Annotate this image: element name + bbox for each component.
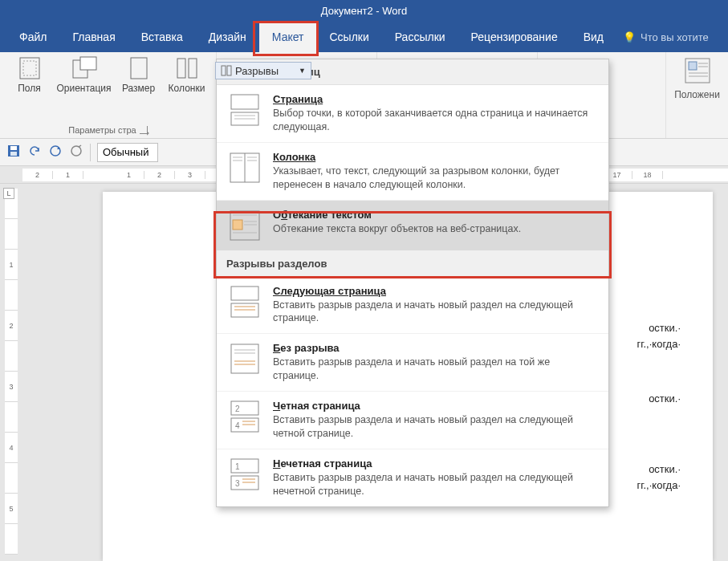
- tab-design[interactable]: Дизайн: [196, 22, 259, 52]
- svg-rect-20: [231, 95, 258, 109]
- margins-label: Поля: [18, 83, 41, 94]
- break-page-title: Страница: [273, 93, 597, 105]
- tab-view[interactable]: Вид: [571, 22, 616, 52]
- tab-home[interactable]: Главная: [59, 22, 128, 52]
- doc-text-fragment: остки.·: [649, 320, 681, 337]
- window-title: Документ2 - Word: [321, 5, 407, 17]
- page-setup-caption[interactable]: Параметры стра: [68, 124, 147, 136]
- breaks-icon: [221, 65, 232, 76]
- tab-references[interactable]: Ссылки: [316, 22, 381, 52]
- svg-rect-36: [231, 287, 258, 300]
- orientation-button[interactable]: Ориентация: [55, 55, 113, 94]
- repeat-icon[interactable]: [48, 144, 63, 161]
- svg-text:3: 3: [235, 479, 240, 488]
- break-odd-desc: Вставить разрыв раздела и начать новый р…: [273, 471, 597, 498]
- break-column[interactable]: Колонка Указывает, что текст, следующий …: [217, 143, 608, 201]
- break-textwrap-desc: Обтекание текста вокруг объектов на веб-…: [273, 222, 521, 236]
- break-textwrap-title: Обтекание текстом: [273, 209, 521, 221]
- break-continuous-title: Без разрыва: [273, 342, 597, 354]
- doc-text-fragment: остки.·: [649, 461, 681, 478]
- columns-icon: [173, 55, 201, 81]
- break-page[interactable]: Страница Выбор точки, в которой заканчив…: [217, 85, 608, 143]
- break-continuous-desc: Вставить разрыв раздела и начать новый р…: [273, 356, 597, 383]
- breaks-menu: Разрывы страниц Страница Выбор точки, в …: [216, 59, 609, 507]
- svg-rect-13: [222, 66, 226, 75]
- svg-text:4: 4: [235, 421, 240, 430]
- break-nextpage-title: Следующая страница: [273, 285, 597, 297]
- doc-text-fragment: гг.,·когда·: [637, 478, 681, 494]
- break-even-desc: Вставить разрыв раздела и начать новый р…: [273, 413, 597, 441]
- columns-button[interactable]: Колонки: [165, 55, 209, 94]
- tab-insert[interactable]: Вставка: [128, 22, 196, 52]
- break-nextpage-icon: [228, 285, 262, 319]
- margins-button[interactable]: Поля: [7, 55, 52, 94]
- svg-rect-5: [177, 59, 185, 78]
- break-odd-page[interactable]: 13 Нечетная страница Вставить разрыв раз…: [217, 449, 608, 506]
- chevron-down-icon: ▼: [299, 67, 306, 75]
- break-even-title: Четная страница: [273, 400, 597, 412]
- orientation-label: Ориентация: [56, 83, 111, 94]
- tab-review[interactable]: Рецензирование: [458, 22, 571, 52]
- break-column-title: Колонка: [273, 151, 597, 163]
- tab-layout[interactable]: Макет: [259, 22, 317, 52]
- break-column-desc: Указывает, что текст, следующий за разры…: [273, 165, 597, 192]
- break-continuous[interactable]: Без разрыва Вставить разрыв раздела и на…: [217, 334, 608, 392]
- size-button[interactable]: Размер: [116, 55, 161, 94]
- break-column-icon: [228, 151, 262, 185]
- break-even-page[interactable]: 24 Четная страница Вставить разрыв разде…: [217, 392, 608, 449]
- group-page-setup: Поля Ориентация Размер Колонки Параметры…: [0, 52, 217, 138]
- tab-file[interactable]: Файл: [6, 22, 59, 52]
- svg-rect-40: [231, 344, 258, 373]
- position-icon: [684, 57, 711, 84]
- save-icon[interactable]: [6, 144, 21, 161]
- orientation-icon: [71, 55, 98, 81]
- svg-rect-4: [131, 58, 147, 79]
- svg-rect-8: [689, 62, 697, 70]
- break-next-page[interactable]: Следующая страница Вставить разрыв разде…: [217, 277, 608, 335]
- undo-icon[interactable]: [27, 144, 42, 161]
- tell-me-label: Что вы хотите: [641, 31, 709, 43]
- tab-selector[interactable]: L: [3, 188, 14, 199]
- svg-text:1: 1: [235, 462, 240, 471]
- svg-rect-17: [10, 152, 17, 156]
- break-odd-icon: 13: [228, 457, 262, 491]
- break-page-desc: Выбор точки, в которой заканчивается одн…: [273, 107, 597, 134]
- svg-rect-16: [10, 146, 17, 150]
- break-textwrap-icon: [228, 209, 262, 242]
- break-page-icon: [228, 93, 262, 127]
- break-odd-title: Нечетная страница: [273, 457, 597, 470]
- titlebar: Документ2 - Word: [0, 0, 728, 22]
- doc-text-fragment: гг.,·когда·: [637, 336, 681, 353]
- margins-icon: [16, 55, 43, 81]
- tell-me[interactable]: 💡 Что вы хотите: [623, 31, 709, 43]
- dialog-launcher-icon: [140, 126, 148, 134]
- svg-rect-6: [189, 59, 197, 78]
- svg-rect-14: [227, 66, 231, 75]
- breaks-split-button[interactable]: Разрывы ▼: [215, 62, 311, 79]
- svg-text:2: 2: [235, 404, 240, 413]
- ruler-vertical[interactable]: 1 2 3 4 5: [0, 184, 22, 561]
- break-nextpage-desc: Вставить разрыв раздела и начать новый р…: [273, 299, 597, 326]
- lightbulb-icon: 💡: [623, 31, 636, 43]
- break-text-wrapping[interactable]: Обтекание текстом Обтекание текста вокру…: [217, 201, 608, 251]
- svg-rect-1: [23, 61, 36, 75]
- doc-text-fragment: остки.·: [649, 391, 681, 408]
- svg-rect-3: [80, 57, 96, 70]
- position-label: Положени: [674, 89, 720, 100]
- columns-label: Колонки: [169, 83, 205, 94]
- break-even-icon: 24: [228, 400, 262, 433]
- size-label: Размер: [122, 83, 155, 94]
- tab-mailings[interactable]: Рассылки: [382, 22, 458, 52]
- arrange-group: Положени: [665, 52, 728, 138]
- touch-mode-icon[interactable]: [69, 144, 83, 161]
- breaks-label: Разрывы: [235, 65, 279, 77]
- break-continuous-icon: [228, 342, 262, 376]
- style-combobox[interactable]: [97, 143, 158, 162]
- size-icon: [125, 55, 153, 81]
- svg-point-19: [71, 146, 81, 156]
- ribbon-tabs: Файл Главная Вставка Дизайн Макет Ссылки…: [0, 22, 728, 52]
- svg-rect-31: [233, 220, 242, 230]
- breaks-menu-header-sections: Разрывы разделов: [217, 251, 608, 277]
